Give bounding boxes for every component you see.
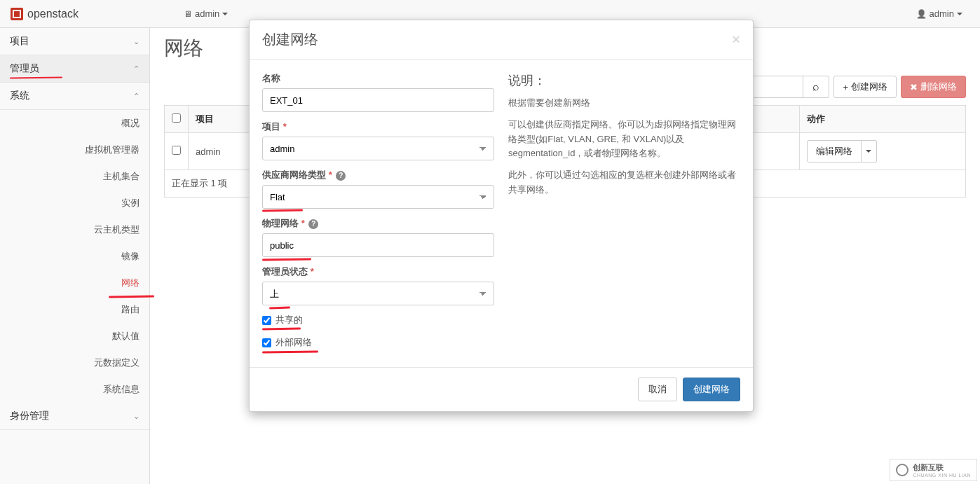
modal-description: 说明： 根据需要创建新网络 可以创建供应商指定网络。你可以为虚拟网络指定物理网络… xyxy=(508,72,740,354)
select-admin-state[interactable]: 上 xyxy=(262,282,494,305)
select-provider-type[interactable]: Flat xyxy=(262,185,494,209)
row-actions-dropdown[interactable] xyxy=(862,140,877,163)
select-project[interactable]: admin xyxy=(262,137,494,160)
checkbox-shared[interactable] xyxy=(262,316,271,325)
watermark-sub: CHUANG XIN HU LIAN xyxy=(913,473,971,478)
sidebar-item-overview[interactable]: 概况 xyxy=(0,110,149,137)
user-icon xyxy=(916,8,927,19)
cancel-button[interactable]: 取消 xyxy=(638,378,677,401)
modal-footer: 取消 创建网络 xyxy=(250,367,753,411)
description-p2: 可以创建供应商指定网络。你可以为虚拟网络指定物理网络类型(如Flat, VLAN… xyxy=(508,118,740,161)
close-icon[interactable]: × xyxy=(732,32,740,48)
sidebar-item-networks[interactable]: 网络 xyxy=(0,270,149,296)
input-physical-network[interactable] xyxy=(262,233,494,257)
help-icon[interactable]: ? xyxy=(336,171,346,181)
label-provider-type: 供应商网络类型 * ? xyxy=(262,169,494,181)
description-p3: 此外，你可以通过勾选相应的复选框来创建外部网络或者共享网络。 xyxy=(508,168,740,198)
openstack-logo-icon xyxy=(11,8,23,20)
sidebar-group-identity[interactable]: 身份管理 ⌄ xyxy=(0,403,149,430)
sidebar-item-images[interactable]: 镜像 xyxy=(0,243,149,270)
description-p1: 根据需要创建新网络 xyxy=(508,96,740,111)
create-network-button[interactable]: + 创建网络 xyxy=(833,76,897,98)
sidebar-group-label: 身份管理 xyxy=(10,410,49,422)
label-shared: 共享的 xyxy=(275,314,303,326)
delete-network-button[interactable]: ✖ 删除网络 xyxy=(901,76,966,98)
label-external: 外部网络 xyxy=(275,336,312,349)
project-selector-label: admin xyxy=(195,8,219,19)
modal-header: 创建网络 × xyxy=(250,20,753,60)
sidebar-item-hypervisors[interactable]: 虚拟机管理器 xyxy=(0,137,149,163)
row-checkbox[interactable] xyxy=(172,146,181,155)
sidebar-group-label: 项目 xyxy=(10,35,29,48)
watermark-logo-icon xyxy=(896,464,908,476)
sidebar: 项目 ⌄ 管理员 ⌃ 系统 ⌃ 概况 虚拟机管理器 主机集合 实例 云主机类型 … xyxy=(0,28,150,484)
label-name: 名称 xyxy=(262,72,494,85)
brand-text: openstack xyxy=(27,8,79,20)
user-menu-label: admin xyxy=(930,8,954,19)
sidebar-item-defaults[interactable]: 默认值 xyxy=(0,323,149,350)
checkbox-external[interactable] xyxy=(262,338,271,347)
label-project: 项目 * xyxy=(262,120,494,133)
modal-title: 创建网络 xyxy=(262,30,318,49)
search-button[interactable] xyxy=(803,76,829,98)
user-menu[interactable]: admin xyxy=(909,8,969,19)
sidebar-item-metadata[interactable]: 元数据定义 xyxy=(0,350,149,376)
description-title: 说明： xyxy=(508,72,740,89)
screen-icon xyxy=(184,8,192,19)
sidebar-item-routers[interactable]: 路由 xyxy=(0,296,149,323)
x-icon: ✖ xyxy=(910,82,918,92)
caret-down-icon xyxy=(957,13,962,15)
select-all-checkbox[interactable] xyxy=(172,113,181,123)
caret-down-icon xyxy=(222,13,228,15)
project-selector[interactable]: admin xyxy=(177,8,235,19)
sidebar-group-system[interactable]: 系统 ⌃ xyxy=(0,83,149,110)
search-icon xyxy=(812,81,819,93)
sidebar-item-flavors[interactable]: 云主机类型 xyxy=(0,216,149,243)
input-name[interactable] xyxy=(262,88,494,112)
label-admin-state: 管理员状态 * xyxy=(262,265,494,278)
col-actions: 动作 xyxy=(799,106,965,133)
watermark: 创新互联 CHUANG XIN HU LIAN xyxy=(890,459,977,481)
sidebar-group-label: 系统 xyxy=(10,90,29,102)
chevron-up-icon: ⌃ xyxy=(133,64,139,74)
sidebar-item-sysinfo[interactable]: 系统信息 xyxy=(0,376,149,403)
help-icon[interactable]: ? xyxy=(308,219,318,229)
submit-button[interactable]: 创建网络 xyxy=(683,378,740,401)
brand[interactable]: openstack xyxy=(11,8,79,20)
plus-icon: + xyxy=(843,82,848,92)
chevron-down-icon: ⌄ xyxy=(133,412,139,421)
sidebar-group-admin[interactable]: 管理员 ⌃ xyxy=(0,55,149,83)
sidebar-group-project[interactable]: 项目 ⌄ xyxy=(0,28,149,55)
edit-network-button[interactable]: 编辑网络 xyxy=(807,140,862,163)
watermark-text: 创新互联 xyxy=(913,462,971,473)
label-physical-network: 物理网络 * ? xyxy=(262,217,494,230)
sidebar-group-label: 管理员 xyxy=(10,62,39,75)
chevron-down-icon: ⌄ xyxy=(133,37,139,46)
sidebar-item-host-aggregates[interactable]: 主机集合 xyxy=(0,163,149,190)
sidebar-item-instances[interactable]: 实例 xyxy=(0,190,149,216)
chevron-up-icon: ⌃ xyxy=(133,92,139,101)
caret-down-icon xyxy=(866,150,871,153)
create-network-modal: 创建网络 × 名称 项目 * admin 供应商网络类型 * ? Flat 物理… xyxy=(249,20,754,412)
modal-form: 名称 项目 * admin 供应商网络类型 * ? Flat 物理网络 * ? … xyxy=(262,72,494,354)
